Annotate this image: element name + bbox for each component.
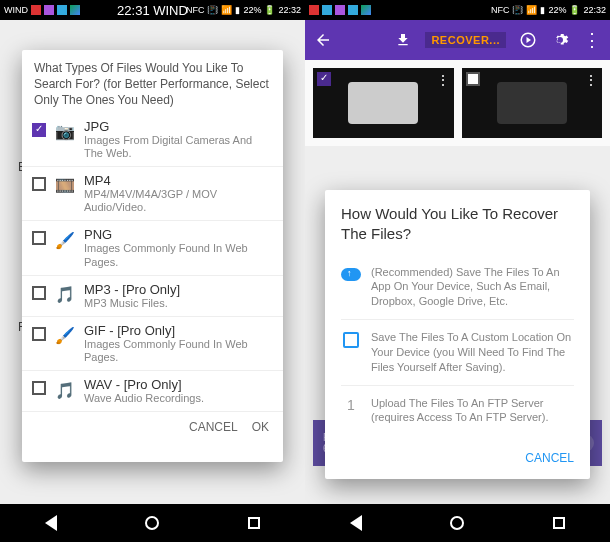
wifi-icon: 📶 bbox=[221, 5, 232, 15]
wifi-icon: 📶 bbox=[526, 5, 537, 15]
file-type-name: GIF - [Pro Only] bbox=[84, 323, 273, 338]
file-type-desc: MP4/M4V/M4A/3GP / MOV Audio/Video. bbox=[84, 188, 273, 214]
app-icon bbox=[31, 5, 41, 15]
dialog-title: How Would You Like To Recover The Files? bbox=[325, 190, 590, 255]
status-time-center: 22:31 WIND bbox=[117, 3, 188, 18]
content-area: B F License Agreement (please read) What… bbox=[0, 20, 305, 504]
file-checkbox[interactable] bbox=[32, 177, 46, 191]
thumb-overflow-icon[interactable]: ⋮ bbox=[584, 72, 598, 88]
signal-icon: ▮ bbox=[235, 5, 240, 15]
file-type-name: PNG bbox=[84, 227, 273, 242]
nav-bar bbox=[305, 504, 610, 542]
ok-button[interactable]: OK bbox=[252, 420, 269, 434]
nfc-icon: NFC bbox=[186, 5, 205, 15]
cancel-button[interactable]: CANCEL bbox=[189, 420, 238, 434]
clock-label: 22:32 bbox=[278, 5, 301, 15]
file-type-name: WAV - [Pro Only] bbox=[84, 377, 273, 392]
file-type-name: MP3 - [Pro Only] bbox=[84, 282, 273, 297]
recover-option[interactable]: (Recommended) Save The Files To An App O… bbox=[341, 255, 574, 321]
nav-recent-button[interactable] bbox=[243, 512, 265, 534]
recover-option-text: Upload The Files To An FTP Server (requi… bbox=[371, 396, 574, 426]
file-type-name: JPG bbox=[84, 119, 273, 134]
file-checkbox[interactable] bbox=[32, 286, 46, 300]
content-area: ⋮ ⋮ How Would You Like To Recover The Fi… bbox=[305, 60, 610, 504]
status-bar: NFC 📳 📶 ▮ 22% 🔋 22:32 bbox=[305, 0, 610, 20]
recover-option[interactable]: 1Upload The Files To An FTP Server (requ… bbox=[341, 386, 574, 436]
play-icon bbox=[361, 5, 371, 15]
play-icon bbox=[70, 5, 80, 15]
file-checkbox[interactable] bbox=[32, 123, 46, 137]
file-type-desc: Wave Audio Recordings. bbox=[84, 392, 273, 405]
app-icon bbox=[335, 5, 345, 15]
app-bar: RECOVER... ⋮ bbox=[305, 20, 610, 60]
ftp-icon: 1 bbox=[347, 396, 355, 415]
vibrate-icon: 📳 bbox=[512, 5, 523, 15]
vibrate-icon: 📳 bbox=[207, 5, 218, 15]
play-button[interactable] bbox=[518, 30, 538, 50]
file-type-desc: Images Commonly Found In Web Pages. bbox=[84, 242, 273, 268]
file-type-item[interactable]: 🎵 MP3 - [Pro Only] MP3 Music Files. bbox=[22, 276, 283, 317]
app-icon bbox=[322, 5, 332, 15]
thumb-image bbox=[497, 82, 567, 124]
nav-bar bbox=[0, 504, 305, 542]
save-icon bbox=[343, 332, 359, 348]
nfc-icon: NFC bbox=[491, 5, 510, 15]
thumbnail-row: ⋮ ⋮ bbox=[305, 60, 610, 146]
file-checkbox[interactable] bbox=[32, 381, 46, 395]
nav-home-button[interactable] bbox=[141, 512, 163, 534]
app-icon bbox=[44, 5, 54, 15]
file-type-name: MP4 bbox=[84, 173, 273, 188]
battery-icon: 🔋 bbox=[569, 5, 580, 15]
nav-recent-button[interactable] bbox=[548, 512, 570, 534]
paint-icon: 🖌️ bbox=[54, 229, 76, 251]
battery-icon: 🔋 bbox=[264, 5, 275, 15]
camera-icon: 📷 bbox=[54, 121, 76, 143]
recover-option-text: Save The Files To A Custom Location On Y… bbox=[371, 330, 574, 375]
app-icon bbox=[309, 5, 319, 15]
recover-button[interactable]: RECOVER... bbox=[425, 32, 506, 48]
app-icon bbox=[57, 5, 67, 15]
thumb-checkbox[interactable] bbox=[466, 72, 480, 86]
file-checkbox[interactable] bbox=[32, 231, 46, 245]
film-icon: 🎞️ bbox=[54, 175, 76, 197]
paint-icon: 🖌️ bbox=[54, 325, 76, 347]
thumb-checkbox[interactable] bbox=[317, 72, 331, 86]
download-icon bbox=[393, 30, 413, 50]
recover-dialog: How Would You Like To Recover The Files?… bbox=[325, 190, 590, 479]
file-type-item[interactable]: 📷 JPG Images From Digital Cameras And Th… bbox=[22, 113, 283, 167]
battery-label: 22% bbox=[548, 5, 566, 15]
file-checkbox[interactable] bbox=[32, 327, 46, 341]
status-bar: WIND 22:31 WIND NFC 📳 📶 ▮ 22% 🔋 22:32 bbox=[0, 0, 305, 20]
thumb-overflow-icon[interactable]: ⋮ bbox=[436, 72, 450, 88]
nav-back-button[interactable] bbox=[345, 512, 367, 534]
file-type-desc: MP3 Music Files. bbox=[84, 297, 273, 310]
nav-home-button[interactable] bbox=[446, 512, 468, 534]
cancel-button[interactable]: CANCEL bbox=[325, 441, 590, 479]
signal-icon: ▮ bbox=[540, 5, 545, 15]
thumbnail-item[interactable]: ⋮ bbox=[462, 68, 603, 138]
file-type-desc: Images From Digital Cameras And The Web. bbox=[84, 134, 273, 160]
back-button[interactable] bbox=[313, 30, 333, 50]
phone-left: WIND 22:31 WIND NFC 📳 📶 ▮ 22% 🔋 22:32 B … bbox=[0, 0, 305, 542]
file-types-dialog: What Types Of Files Would You Like To Se… bbox=[22, 50, 283, 462]
cloud-upload-icon bbox=[341, 268, 361, 281]
battery-label: 22% bbox=[243, 5, 261, 15]
carrier-label: WIND bbox=[4, 5, 28, 15]
file-type-item[interactable]: 🎞️ MP4 MP4/M4V/M4A/3GP / MOV Audio/Video… bbox=[22, 167, 283, 221]
music-icon: 🎵 bbox=[54, 379, 76, 401]
nav-back-button[interactable] bbox=[40, 512, 62, 534]
recover-option-text: (Recommended) Save The Files To An App O… bbox=[371, 265, 574, 310]
thumbnail-item[interactable]: ⋮ bbox=[313, 68, 454, 138]
dialog-title: What Types Of Files Would You Like To Se… bbox=[22, 50, 283, 113]
file-type-item[interactable]: 🎵 WAV - [Pro Only] Wave Audio Recordings… bbox=[22, 371, 283, 412]
phone-right: NFC 📳 📶 ▮ 22% 🔋 22:32 RECOVER... ⋮ bbox=[305, 0, 610, 542]
file-type-item[interactable]: 🖌️ PNG Images Commonly Found In Web Page… bbox=[22, 221, 283, 275]
thumb-image bbox=[348, 82, 418, 124]
clock-label: 22:32 bbox=[583, 5, 606, 15]
app-icon bbox=[348, 5, 358, 15]
overflow-menu-icon[interactable]: ⋮ bbox=[582, 30, 602, 50]
file-type-item[interactable]: 🖌️ GIF - [Pro Only] Images Commonly Foun… bbox=[22, 317, 283, 371]
recover-option[interactable]: Save The Files To A Custom Location On Y… bbox=[341, 320, 574, 386]
gear-icon[interactable] bbox=[550, 30, 570, 50]
file-type-desc: Images Commonly Found In Web Pages. bbox=[84, 338, 273, 364]
